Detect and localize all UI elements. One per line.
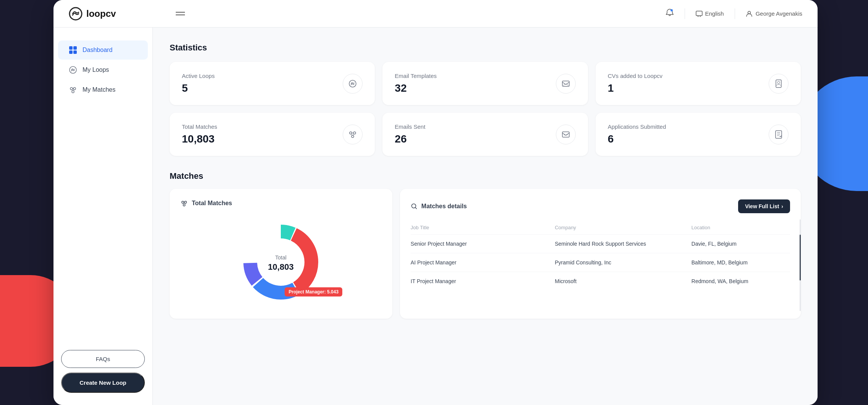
language-label: English [705,10,724,17]
emails-sent-label: Emails Sent [395,123,425,130]
search-icon [411,203,418,210]
hamburger-menu[interactable] [176,12,185,15]
svg-line-23 [351,134,352,135]
loop-icon-circle [343,74,363,94]
create-new-loop-button[interactable]: Create New Loop [61,373,145,393]
cvs-value: 1 [608,82,662,94]
dashboard-icon [69,46,77,54]
svg-text:10,803: 10,803 [268,262,294,272]
table-row: AI Project Manager Pyramid Consulting, I… [411,253,790,272]
stats-grid: Active Loops 5 Email Templates [170,62,801,156]
applications-value: 6 [608,133,666,145]
emails-sent-icon [561,130,570,139]
header-divider-1 [685,8,685,19]
user-icon [746,10,753,17]
total-matches-card-label: Total Matches [192,200,232,207]
sidebar-nav: Dashboard My Loops [53,40,152,100]
svg-point-15 [349,80,356,87]
total-matches-value: 10,803 [182,133,217,145]
notification-button[interactable] [666,8,674,19]
svg-line-24 [353,134,354,135]
scrollbar-track [800,219,801,311]
svg-line-14 [73,90,74,91]
language-selector[interactable]: English [696,10,724,17]
job-title-cell: IT Project Manager [411,272,555,291]
svg-rect-5 [73,46,77,50]
company-cell: Microsoft [555,272,691,291]
donut-chart-wrapper: Total 10,803 Project Manager: 5.043 [180,216,382,308]
svg-line-35 [185,203,185,204]
svg-line-13 [72,90,73,91]
view-full-list-button[interactable]: View Full List › [738,199,790,213]
sidebar-item-dashboard[interactable]: Dashboard [58,40,148,60]
company-cell: Pyramid Consulting, Inc [555,253,691,272]
company-cell: Seminole Hard Rock Support Services [555,235,691,253]
my-matches-label: My Matches [83,86,115,93]
location-cell: Davie, FL, Belgium [691,235,790,253]
svg-point-31 [185,201,186,203]
sidebar-item-my-loops[interactable]: My Loops [58,60,148,79]
main-layout: Dashboard My Loops [53,28,818,405]
job-title-cell: AI Project Manager [411,253,555,272]
svg-line-34 [183,203,184,204]
table-row: Senior Project Manager Seminole Hard Roc… [411,235,790,253]
email-template-icon [561,79,570,88]
location-cell: Redmond, WA, Belgium [691,272,790,291]
svg-rect-7 [73,50,77,54]
chat-icon [696,10,703,17]
matches-nav-icon [69,86,77,94]
active-loops-value: 5 [182,82,215,94]
app-window: loopcv English [53,0,818,405]
statistics-title: Statistics [170,43,801,53]
email-templates-value: 32 [395,82,437,94]
svg-rect-25 [562,132,569,137]
chevron-right-icon: › [781,203,783,209]
total-matches-card: Total Matches To [170,189,392,319]
cv-icon [774,79,783,88]
applications-icon-circle [769,125,789,144]
total-matches-card-title: Total Matches [180,199,382,207]
svg-point-32 [183,204,185,206]
stat-card-active-loops: Active Loops 5 [170,62,375,105]
matches-table: Job Title Company Location Senior Projec… [411,221,790,290]
job-title-cell: Senior Project Manager [411,235,555,253]
active-loops-label: Active Loops [182,73,215,79]
logo-icon [69,7,83,21]
svg-point-19 [350,132,352,134]
email-template-icon-circle [556,74,576,94]
col-header-job-title: Job Title [411,221,555,235]
scrollbar-thumb[interactable] [800,235,801,280]
stat-card-applications: Applications Submitted 6 [596,113,801,156]
sidebar-item-my-matches[interactable]: My Matches [58,80,148,99]
table-row: IT Project Manager Microsoft Redmond, WA… [411,272,790,291]
cvs-label: CVs added to Loopcv [608,73,662,79]
logo: loopcv [69,7,168,21]
svg-point-1 [670,9,673,11]
applications-icon [774,130,783,139]
logo-text: loopcv [86,8,116,19]
col-header-location: Location [691,221,790,235]
main-content: Statistics Active Loops 5 [153,28,818,405]
svg-rect-2 [696,11,702,16]
svg-text:Total: Total [275,254,287,261]
svg-point-20 [353,132,356,134]
total-matches-icon [348,130,357,139]
svg-point-21 [351,135,354,138]
svg-point-9 [70,87,73,90]
active-loops-icon [348,79,357,88]
dashboard-label: Dashboard [83,47,112,53]
header: loopcv English [53,0,818,28]
matches-detail-card: Matches details View Full List › Job Tit… [400,189,801,319]
sidebar: Dashboard My Loops [53,28,153,405]
svg-point-11 [72,91,74,93]
location-cell: Baltimore, MD, Belgium [691,253,790,272]
faqs-button[interactable]: FAQs [61,350,145,368]
donut-tooltip: Project Manager: 5.043 [285,287,342,296]
emails-sent-value: 26 [395,133,425,145]
matches-detail-label: Matches details [421,203,467,210]
user-menu[interactable]: George Avgenakis [746,10,802,17]
my-loops-label: My Loops [83,66,109,73]
svg-point-18 [777,81,780,84]
user-name: George Avgenakis [756,10,802,17]
svg-point-30 [182,201,184,203]
